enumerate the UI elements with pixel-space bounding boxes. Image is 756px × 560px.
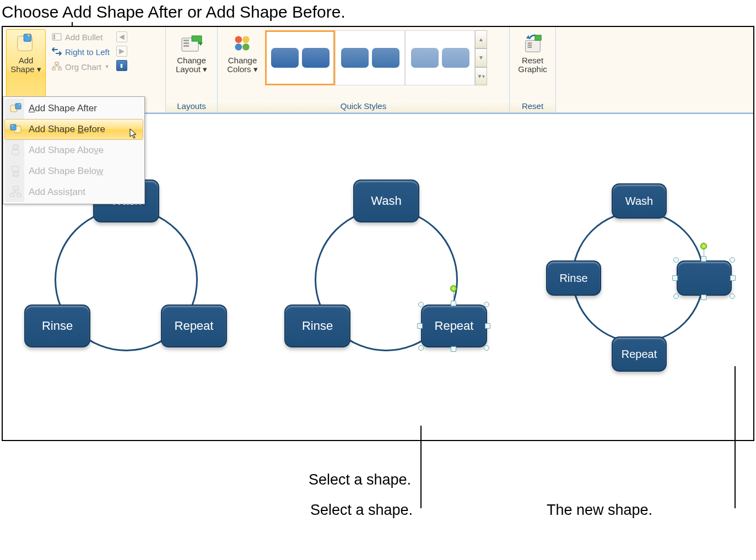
cycle-diagram-3[interactable]: Wash Rinse Repeat	[544, 183, 732, 371]
svg-rect-28	[13, 172, 18, 176]
sel-handle[interactable]	[484, 345, 489, 351]
svg-rect-26	[13, 145, 18, 149]
rotate-handle[interactable]	[700, 243, 707, 249]
svg-rect-27	[12, 166, 19, 171]
sel-handle[interactable]	[673, 257, 679, 263]
svg-point-13	[235, 36, 242, 44]
style-option-3[interactable]	[405, 30, 475, 85]
add-bullet-button[interactable]: Add Bullet	[48, 30, 113, 44]
node-repeat[interactable]: Repeat	[612, 336, 667, 372]
colors-icon	[231, 32, 253, 55]
gallery-scroll: ▲ ▼ ▼▾	[475, 30, 487, 85]
svg-rect-30	[10, 194, 14, 197]
layout-icon	[181, 32, 203, 55]
sel-handle[interactable]	[673, 293, 679, 299]
sel-handle[interactable]	[485, 323, 490, 329]
node-rinse[interactable]: Rinse	[24, 305, 90, 347]
group-label-quickstyles: Quick Styles	[218, 100, 509, 112]
svg-rect-25	[12, 150, 19, 155]
group-label-reset: Reset	[510, 100, 555, 112]
node-repeat[interactable]: Repeat	[161, 305, 227, 347]
bottom-callouts: Select a shape.	[0, 441, 756, 471]
sel-handle[interactable]	[418, 302, 424, 307]
reset-icon	[522, 32, 544, 55]
assistant-icon	[10, 186, 22, 198]
node-wash[interactable]: Wash	[612, 183, 667, 219]
svg-rect-8	[58, 68, 61, 70]
svg-rect-31	[17, 194, 21, 197]
svg-rect-12	[183, 45, 189, 47]
cycle-diagram-1[interactable]: Wash Rinse Repeat	[24, 175, 228, 379]
add-shape-dropdown: Add Shape After Add Shape Before Add Sha…	[3, 96, 145, 204]
org-chart-button[interactable]: Org Chart ▼	[48, 60, 113, 73]
right-to-left-button[interactable]: Right to Left	[48, 45, 113, 58]
sel-handle[interactable]	[484, 302, 489, 307]
svg-rect-3	[53, 35, 55, 36]
svg-rect-20	[527, 47, 532, 48]
node-rinse[interactable]: Rinse	[284, 305, 350, 347]
arrow-left-icon: ◄	[117, 32, 126, 42]
orgchart-icon	[52, 62, 62, 72]
node-repeat-selected[interactable]: Repeat	[421, 305, 487, 347]
svg-rect-5	[53, 38, 55, 39]
shape-below-icon	[10, 165, 22, 177]
add-shape-icon	[15, 32, 37, 55]
textpane-icon: ▮	[120, 63, 123, 68]
svg-rect-6	[55, 62, 58, 64]
svg-rect-17	[525, 40, 540, 52]
mouse-cursor	[129, 128, 138, 139]
change-layout-label: Change Layout ▾	[176, 56, 207, 74]
styles-gallery: ▲ ▼ ▼▾	[264, 29, 488, 89]
dd-add-shape-before[interactable]: Add Shape Before	[4, 119, 143, 140]
change-colors-label: Change Colors ▾	[227, 56, 258, 74]
svg-rect-11	[183, 42, 189, 44]
dd-add-shape-after[interactable]: Add Shape After	[4, 98, 143, 119]
gallery-up-button[interactable]: ▲	[475, 30, 487, 48]
dd-add-shape-below: Add Shape Below	[4, 161, 143, 182]
text-pane-button[interactable]: ▮	[116, 60, 127, 71]
node-wash[interactable]: Wash	[353, 180, 419, 222]
gallery-more-button[interactable]: ▼▾	[475, 67, 487, 85]
shape-after-icon	[10, 102, 22, 115]
shape-above-icon	[10, 144, 22, 156]
svg-point-15	[235, 44, 242, 51]
style-option-1[interactable]	[265, 30, 335, 85]
svg-point-16	[242, 44, 250, 51]
sel-handle[interactable]	[730, 293, 735, 299]
sel-handle[interactable]	[672, 275, 678, 281]
dd-add-assistant: Add Assistant	[4, 182, 143, 203]
callout-new-shape: The new shape.	[547, 502, 652, 519]
sel-handle[interactable]	[730, 275, 736, 281]
svg-rect-4	[53, 36, 55, 37]
callout-select-shape: Select a shape.	[310, 502, 413, 519]
sel-handle[interactable]	[701, 256, 706, 262]
sel-handle[interactable]	[701, 295, 706, 300]
svg-rect-7	[52, 68, 55, 70]
reset-graphic-label: Reset Graphic	[518, 56, 547, 74]
node-rinse[interactable]: Rinse	[546, 260, 601, 296]
callout-top: Choose Add Shape After or Add Shape Befo…	[0, 0, 756, 26]
arrow-right-icon: ►	[117, 46, 126, 56]
sel-handle[interactable]	[418, 345, 424, 351]
promote-button[interactable]: ◄	[116, 31, 127, 42]
demote-button[interactable]: ►	[116, 46, 127, 57]
rotate-handle[interactable]	[450, 285, 457, 292]
group-label-layouts: Layouts	[166, 100, 217, 112]
sel-handle[interactable]	[451, 346, 456, 352]
app-frame: Add Shape ▾ Add Bullet Right to Left Org…	[2, 26, 754, 441]
sel-handle[interactable]	[730, 257, 735, 263]
node-new-blank[interactable]	[677, 260, 732, 296]
svg-point-14	[242, 36, 250, 44]
dd-add-shape-above: Add Shape Above	[4, 140, 143, 161]
cycle-diagram-2[interactable]: Wash Rinse Repeat	[284, 175, 488, 379]
add-shape-label: Add Shape ▾	[10, 56, 41, 74]
sel-handle[interactable]	[417, 323, 423, 329]
shape-before-icon	[10, 123, 22, 135]
rtl-icon	[52, 47, 62, 57]
style-option-2[interactable]	[335, 30, 405, 85]
ribbon-group-reset: Reset Graphic Reset	[510, 27, 556, 112]
gallery-down-button[interactable]: ▼	[475, 48, 487, 67]
ribbon-group-layouts: Change Layout ▾ Layouts	[166, 27, 218, 112]
svg-rect-19	[527, 45, 532, 46]
sel-handle[interactable]	[451, 301, 456, 306]
